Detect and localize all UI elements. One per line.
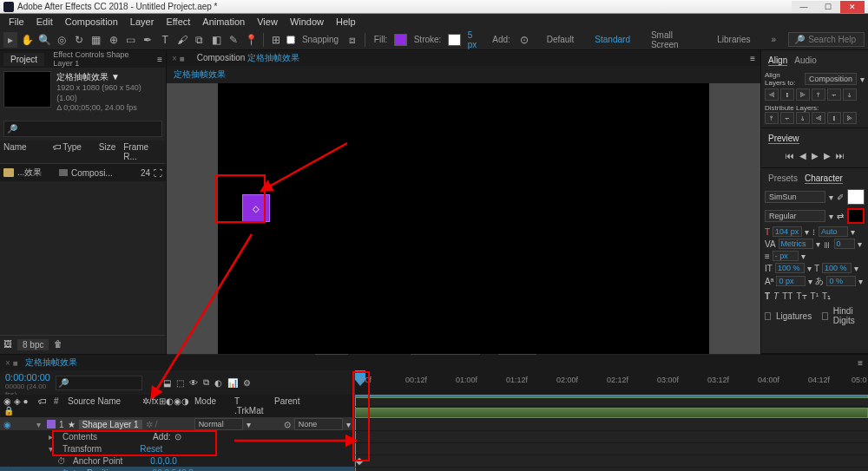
timeline-comp-name[interactable]: 定格抽帧效果 (25, 357, 77, 369)
workspace-libraries[interactable]: Libraries (708, 33, 759, 46)
kerning[interactable]: Metrics (779, 239, 813, 249)
subscript-icon[interactable]: T₁ (822, 291, 831, 301)
fill-color-swatch[interactable] (847, 189, 865, 205)
menu-view[interactable]: View (252, 15, 283, 29)
work-area-bar[interactable] (355, 395, 868, 398)
brush-tool[interactable]: 🖌 (175, 32, 189, 48)
align-right-icon[interactable]: ⫸ (796, 88, 810, 101)
pen-tool[interactable]: ✒ (141, 32, 155, 48)
stroke-width[interactable]: 5 px (468, 30, 483, 49)
swap-colors-icon[interactable]: ⇄ (837, 212, 844, 221)
dist-right-icon[interactable]: ⫸ (843, 112, 857, 124)
tab-align[interactable]: Align (768, 56, 787, 66)
tab-audio[interactable]: Audio (794, 56, 817, 66)
fill-swatch[interactable] (394, 34, 406, 46)
stroke-swatch[interactable] (448, 34, 460, 46)
eyedropper-icon[interactable]: ✐ (837, 193, 844, 202)
hand-tool[interactable]: ✋ (21, 32, 35, 48)
align-bottom-icon[interactable]: ⫰ (843, 88, 857, 101)
col-mode[interactable]: Mode (194, 396, 229, 415)
project-row[interactable]: ...效果 Composi... 24 ⛶ (0, 164, 166, 181)
tab-composition[interactable]: Composition 定格抽帧效果 (192, 50, 305, 66)
timeline-tracks[interactable] (354, 395, 868, 471)
roto-tool[interactable]: ✎ (227, 32, 241, 48)
last-frame-icon[interactable]: ⏭ (836, 151, 845, 160)
close-button[interactable]: ✕ (840, 1, 865, 13)
dist-bottom-icon[interactable]: ⫰ (796, 112, 810, 124)
project-search[interactable]: 🔎 (3, 121, 162, 137)
col-source[interactable]: Source Name (68, 396, 137, 415)
stopwatch-icon[interactable]: ⏱ (61, 468, 69, 472)
search-help[interactable]: 🔎 Search Help (788, 32, 865, 47)
col-tag-icon[interactable]: 🏷 (53, 142, 62, 161)
vscale[interactable]: 100 % (775, 263, 805, 273)
interpret-icon[interactable]: 🖼 (3, 339, 12, 350)
style-select[interactable]: Regular (765, 210, 825, 222)
next-frame-icon[interactable]: ▶ (824, 151, 831, 160)
col-framerate[interactable]: Frame R... (123, 142, 162, 161)
align-top-icon[interactable]: ⫯ (812, 88, 825, 101)
tracking[interactable]: 0 (834, 239, 855, 249)
eraser-tool[interactable]: ◧ (210, 32, 224, 48)
font-size[interactable]: 104 px (773, 226, 802, 237)
comp-thumbnail[interactable] (3, 71, 51, 108)
stopwatch-icon[interactable]: ⏱ (57, 456, 66, 466)
layer-label-swatch[interactable] (47, 420, 56, 428)
align-to-select[interactable]: Composition (805, 73, 857, 85)
pan-behind-tool[interactable]: ⊕ (107, 32, 121, 48)
dist-hcenter-icon[interactable]: ⫿ (827, 112, 841, 124)
workspace-default[interactable]: Default (538, 33, 583, 46)
menu-composition[interactable]: Composition (60, 15, 123, 29)
comp-name[interactable]: 定格抽帧效果 ▼ (56, 71, 162, 83)
menu-help[interactable]: Help (331, 15, 361, 29)
leading[interactable]: Auto (819, 226, 848, 237)
baseline[interactable]: 0 px (776, 276, 806, 286)
workspace-more-icon[interactable]: » (763, 33, 786, 46)
layer-name[interactable]: Shape Layer 1 (79, 420, 142, 429)
minimize-button[interactable]: — (792, 1, 816, 13)
align-vcenter-icon[interactable]: ⫟ (827, 88, 841, 101)
timeline-search[interactable]: 🔎 (56, 376, 142, 390)
menu-effect[interactable]: Effect (161, 15, 195, 29)
bold-icon[interactable]: T (765, 291, 770, 301)
font-select[interactable]: SimSun (765, 191, 825, 203)
twisty-icon[interactable]: ▾ (36, 420, 43, 429)
trash-icon[interactable]: 🗑 (54, 339, 62, 350)
dist-vcenter-icon[interactable]: ⫟ (780, 112, 794, 124)
add-menu-icon[interactable]: ⊙ (517, 32, 531, 48)
menu-animation[interactable]: Animation (197, 15, 250, 29)
time-ruler[interactable]: :00f 00:12f 01:00f 01:12f 02:00f 02:12f … (354, 370, 868, 395)
prev-frame-icon[interactable]: ◀ (799, 151, 806, 160)
snap-magnet-icon[interactable]: ⧈ (345, 32, 359, 48)
dist-top-icon[interactable]: ⫯ (765, 112, 779, 124)
dist-left-icon[interactable]: ⫷ (812, 112, 825, 124)
tab-effect-controls[interactable]: Effect Controls Shape Layer 1 (46, 49, 154, 69)
parent-pick-icon[interactable]: ⊙ (284, 420, 291, 429)
rotate-tool[interactable]: ↻ (72, 32, 86, 48)
tab-character[interactable]: Character (805, 173, 843, 184)
hindi-checkbox[interactable] (822, 312, 828, 320)
maximize-button[interactable]: ☐ (816, 1, 840, 13)
menu-layer[interactable]: Layer (125, 15, 160, 29)
anchor-row[interactable]: ⏱ Anchor Point 0.0,0.0 (0, 455, 354, 467)
first-frame-icon[interactable]: ⏮ (786, 151, 794, 160)
col-trkmat[interactable]: T .TrkMat (234, 396, 269, 415)
smallcaps-icon[interactable]: Tᴛ (796, 291, 806, 301)
comp-breadcrumb[interactable]: 定格抽帧效果 (167, 66, 760, 83)
hscale[interactable]: 100 % (822, 263, 852, 273)
align-hcenter-icon[interactable]: ⫿ (780, 88, 794, 101)
align-left-icon[interactable]: ⫷ (765, 88, 779, 101)
tab-project[interactable]: Project (3, 53, 44, 66)
expression-icon[interactable]: ⊵ (73, 468, 80, 472)
menu-file[interactable]: File (3, 15, 30, 29)
italic-icon[interactable]: T (773, 291, 779, 301)
ligatures-checkbox[interactable] (765, 312, 771, 320)
blend-mode[interactable]: Normal (194, 418, 243, 430)
tab-presets[interactable]: Presets (768, 173, 798, 184)
canvas[interactable] (218, 83, 709, 354)
play-icon[interactable]: ▶ (812, 151, 819, 160)
tab-preview[interactable]: Preview (768, 134, 799, 144)
selection-tool[interactable]: ▸ (3, 32, 17, 48)
shape-tool[interactable]: ▭ (124, 32, 138, 48)
col-parent[interactable]: Parent (274, 396, 299, 415)
